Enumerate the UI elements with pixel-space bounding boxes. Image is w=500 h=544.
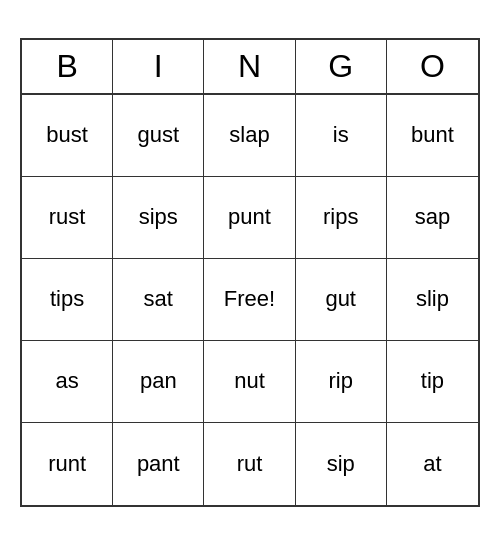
- grid-cell: rut: [204, 423, 295, 505]
- grid-cell: sap: [387, 177, 478, 259]
- grid-cell: rips: [296, 177, 387, 259]
- grid-cell: nut: [204, 341, 295, 423]
- grid-cell: pan: [113, 341, 204, 423]
- bingo-header: BINGO: [22, 40, 478, 95]
- grid-cell: pant: [113, 423, 204, 505]
- header-letter: I: [113, 40, 204, 93]
- header-letter: O: [387, 40, 478, 93]
- grid-cell: sips: [113, 177, 204, 259]
- grid-cell: Free!: [204, 259, 295, 341]
- grid-cell: bunt: [387, 95, 478, 177]
- grid-cell: bust: [22, 95, 113, 177]
- grid-cell: tip: [387, 341, 478, 423]
- grid-cell: slip: [387, 259, 478, 341]
- header-letter: B: [22, 40, 113, 93]
- grid-cell: as: [22, 341, 113, 423]
- header-letter: G: [296, 40, 387, 93]
- header-letter: N: [204, 40, 295, 93]
- grid-cell: at: [387, 423, 478, 505]
- grid-cell: slap: [204, 95, 295, 177]
- grid-cell: is: [296, 95, 387, 177]
- grid-cell: runt: [22, 423, 113, 505]
- grid-cell: sip: [296, 423, 387, 505]
- bingo-card: BINGO bustgustslapisbuntrustsipspuntrips…: [20, 38, 480, 507]
- grid-cell: rip: [296, 341, 387, 423]
- grid-cell: rust: [22, 177, 113, 259]
- grid-cell: punt: [204, 177, 295, 259]
- grid-cell: tips: [22, 259, 113, 341]
- bingo-grid: bustgustslapisbuntrustsipspuntripssaptip…: [22, 95, 478, 505]
- grid-cell: gust: [113, 95, 204, 177]
- grid-cell: gut: [296, 259, 387, 341]
- grid-cell: sat: [113, 259, 204, 341]
